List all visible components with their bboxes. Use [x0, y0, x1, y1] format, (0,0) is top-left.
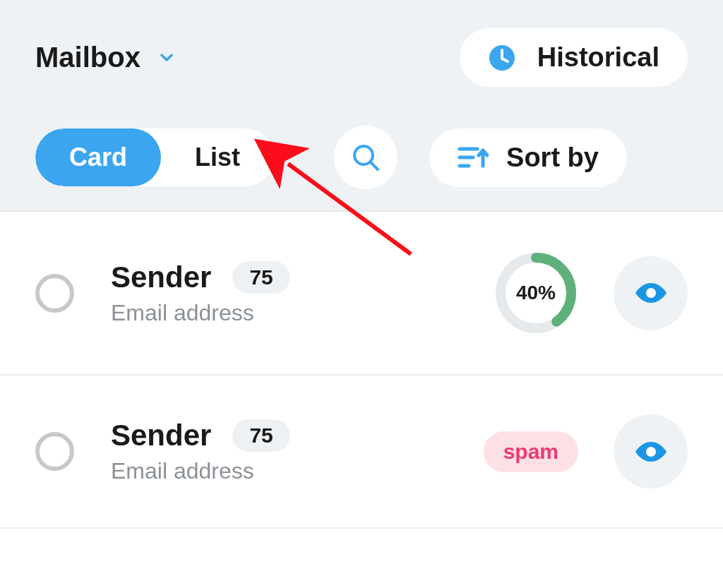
mailbox-label: Mailbox: [35, 42, 141, 73]
spam-badge: spam: [484, 431, 578, 472]
eye-icon: [633, 433, 669, 470]
email-address: Email address: [111, 300, 290, 326]
clock-icon: [488, 44, 516, 72]
list-item: Sender 75 Email address 40%: [0, 212, 723, 376]
view-button[interactable]: [614, 414, 688, 488]
view-button[interactable]: [614, 256, 688, 330]
sender-name: Sender: [111, 419, 211, 452]
sort-label: Sort by: [506, 143, 599, 173]
svg-point-9: [646, 447, 656, 457]
historical-button[interactable]: Historical: [460, 28, 688, 87]
sort-icon: [458, 143, 489, 172]
list-view-button[interactable]: List: [161, 128, 274, 186]
progress-ring: 40%: [494, 251, 578, 335]
view-toggle: Card List: [35, 128, 274, 186]
mailbox-dropdown[interactable]: Mailbox: [35, 42, 175, 73]
card-view-label: Card: [69, 143, 127, 172]
count-badge: 75: [232, 261, 289, 294]
svg-line-2: [371, 162, 378, 169]
progress-text: 40%: [494, 251, 578, 335]
sender-name: Sender: [111, 260, 211, 294]
list-item: Sender 75 Email address spam: [0, 376, 723, 529]
sender-info: Sender 75 Email address: [111, 260, 290, 326]
count-badge: 75: [232, 419, 289, 452]
select-radio[interactable]: [35, 274, 74, 313]
eye-icon: [633, 275, 669, 311]
top-toolbar-area: Mailbox Historical Card List: [0, 0, 723, 212]
select-radio[interactable]: [35, 432, 74, 471]
sender-info: Sender 75 Email address: [111, 419, 290, 484]
email-address: Email address: [111, 458, 290, 484]
chevron-down-icon: [158, 49, 175, 66]
list-view-label: List: [195, 143, 240, 172]
card-view-button[interactable]: Card: [35, 128, 161, 186]
historical-label: Historical: [537, 42, 659, 73]
search-button[interactable]: [334, 126, 398, 189]
svg-point-8: [646, 288, 656, 298]
sort-button[interactable]: Sort by: [429, 128, 627, 187]
search-icon: [351, 143, 381, 172]
